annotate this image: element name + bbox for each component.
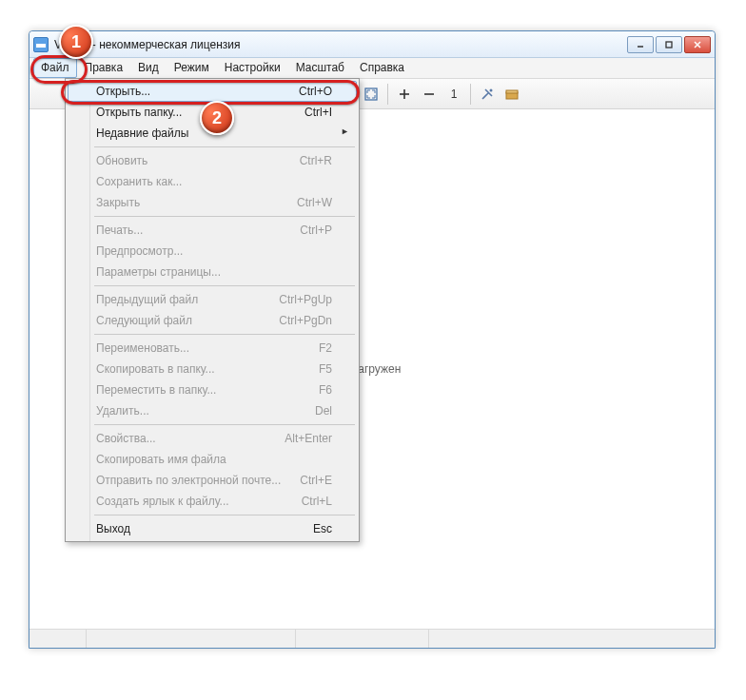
menu-item-label: Недавние файлы xyxy=(96,126,332,140)
status-cell xyxy=(87,630,296,648)
menu-item-shortcut: Ctrl+PgUp xyxy=(279,293,332,306)
menu-item-shortcut: Ctrl+E xyxy=(300,474,332,487)
svg-rect-1 xyxy=(666,42,672,48)
minimize-button[interactable] xyxy=(627,36,654,53)
file-dropdown: Открыть...Ctrl+OОткрыть папку...Ctrl+IНе… xyxy=(65,78,360,542)
menu-item-label: Печать... xyxy=(96,224,285,237)
menu-separator xyxy=(94,285,355,286)
menu-item: Сохранить как... xyxy=(68,171,357,192)
svg-rect-10 xyxy=(506,90,518,93)
menu-item: Предыдущий файлCtrl+PgUp xyxy=(68,289,357,310)
menu-item: Скопировать в папку...F5 xyxy=(68,359,357,379)
menu-item-shortcut: Ctrl+W xyxy=(297,196,332,209)
menu-item: Создать ярлык к файлу...Ctrl+L xyxy=(68,491,357,512)
menu-item-shortcut: F5 xyxy=(319,362,332,376)
menu-item-label: Следующий файл xyxy=(96,314,264,327)
menu-item-shortcut: Ctrl+P xyxy=(300,224,332,237)
menu-item-shortcut: Alt+Enter xyxy=(285,432,332,445)
titlebar: Viewer - некоммерческая лицензия xyxy=(29,31,715,58)
menu-item-label: Удалить... xyxy=(96,404,300,418)
fullscreen-icon[interactable] xyxy=(361,84,382,105)
menu-item-shortcut: Ctrl+L xyxy=(302,495,332,508)
menu-item-shortcut: Del xyxy=(315,404,332,418)
menu-item[interactable]: Открыть...Ctrl+O xyxy=(68,81,357,102)
menu-item-label: Сохранить как... xyxy=(96,175,332,188)
menu-item-shortcut: F6 xyxy=(319,383,332,397)
menu-edit[interactable]: Правка xyxy=(77,58,131,78)
menu-item: Печать...Ctrl+P xyxy=(68,220,357,241)
menu-item-shortcut: F2 xyxy=(319,341,332,355)
menu-item: Переименовать...F2 xyxy=(68,338,357,359)
menu-item: ЗакрытьCtrl+W xyxy=(68,192,357,213)
menu-help[interactable]: Справка xyxy=(352,58,412,78)
menu-item-label: Скопировать имя файла xyxy=(96,453,332,466)
menu-item: Свойства...Alt+Enter xyxy=(68,428,357,449)
menu-mode[interactable]: Режим xyxy=(167,58,217,78)
menu-view[interactable]: Вид xyxy=(130,58,167,78)
toolbar-separator xyxy=(470,84,471,105)
svg-rect-4 xyxy=(365,88,377,100)
status-cell xyxy=(29,630,87,648)
menu-item-shortcut: Ctrl+PgDn xyxy=(279,314,332,327)
menu-item-label: Скопировать в папку... xyxy=(96,362,304,376)
menu-item-label: Обновить xyxy=(96,154,285,167)
toolbar-separator xyxy=(387,84,388,105)
menu-item-label: Открыть... xyxy=(96,85,284,98)
menu-item[interactable]: Недавние файлы xyxy=(68,123,357,144)
menu-zoom[interactable]: Масштаб xyxy=(288,58,352,78)
app-icon xyxy=(33,37,49,52)
menu-item-label: Выход xyxy=(96,522,298,535)
menu-separator xyxy=(94,216,355,217)
menu-item-label: Переименовать... xyxy=(96,341,304,355)
menu-item: Удалить...Del xyxy=(68,400,357,421)
package-icon[interactable] xyxy=(501,84,522,105)
menu-item: Параметры страницы... xyxy=(68,262,357,282)
zoom-in-icon[interactable] xyxy=(394,84,415,105)
status-cell xyxy=(429,630,715,648)
window-buttons xyxy=(627,36,711,53)
menu-item: Предпросмотр... xyxy=(68,241,357,262)
menu-settings[interactable]: Настройки xyxy=(217,58,288,78)
zoom-out-icon[interactable] xyxy=(419,84,440,105)
menu-item: Переместить в папку...F6 xyxy=(68,379,357,400)
menu-separator xyxy=(94,515,355,515)
tools-icon[interactable] xyxy=(477,84,498,105)
menu-item-label: Переместить в папку... xyxy=(96,383,304,397)
menu-file[interactable]: Файл xyxy=(33,58,77,78)
menu-item-shortcut: Ctrl+I xyxy=(304,106,332,119)
menu-item-shortcut: Ctrl+O xyxy=(299,85,332,98)
zoom-reset-button[interactable]: 1 xyxy=(443,84,464,105)
menu-item: Скопировать имя файла xyxy=(68,449,357,470)
window-title: Viewer - некоммерческая лицензия xyxy=(54,38,627,51)
menu-item-label: Свойства... xyxy=(96,432,269,445)
menu-separator xyxy=(94,146,355,147)
menu-item-label: Параметры страницы... xyxy=(96,265,332,279)
svg-point-8 xyxy=(490,88,493,91)
menu-item-label: Закрыть xyxy=(96,196,282,209)
menu-separator xyxy=(94,424,355,425)
menu-item-shortcut: Esc xyxy=(313,522,332,535)
menu-separator xyxy=(94,334,355,335)
menu-item-label: Предпросмотр... xyxy=(96,244,332,258)
menu-item-label: Отправить по электронной почте... xyxy=(96,474,285,487)
menu-item: Следующий файлCtrl+PgDn xyxy=(68,310,357,331)
menu-item-shortcut: Ctrl+R xyxy=(300,154,332,167)
statusbar xyxy=(29,629,715,648)
menu-item-label: Предыдущий файл xyxy=(96,293,264,306)
menubar: Файл Правка Вид Режим Настройки Масштаб … xyxy=(29,58,715,79)
maximize-button[interactable] xyxy=(656,36,682,53)
menu-item: Отправить по электронной почте...Ctrl+E xyxy=(68,470,357,491)
menu-item[interactable]: ВыходEsc xyxy=(68,518,357,539)
menu-item[interactable]: Открыть папку...Ctrl+I xyxy=(68,102,357,123)
menu-item-label: Открыть папку... xyxy=(96,106,289,119)
menu-item-label: Создать ярлык к файлу... xyxy=(96,495,286,508)
close-button[interactable] xyxy=(684,36,711,53)
status-cell xyxy=(296,630,429,648)
zoom-reset-label: 1 xyxy=(449,88,460,101)
menu-item: ОбновитьCtrl+R xyxy=(68,150,357,171)
